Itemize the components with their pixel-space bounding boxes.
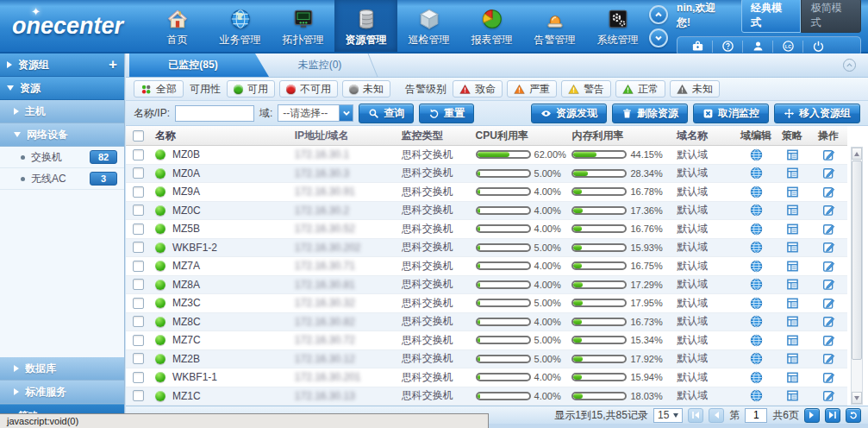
previous-page-button[interactable] — [709, 408, 724, 423]
domain-edit-globe-icon[interactable] — [750, 278, 763, 291]
table-row[interactable]: WKBF1-2172.16.30.202思科交换机5.00%15.93%默认域 — [126, 239, 847, 258]
row-checkbox[interactable] — [133, 353, 144, 364]
policy-table-icon[interactable] — [786, 260, 799, 273]
row-checkbox[interactable] — [133, 372, 144, 383]
row-checkbox[interactable] — [133, 261, 144, 272]
nav-item-reports[interactable]: 报表管理 — [460, 0, 523, 52]
domain-edit-globe-icon[interactable] — [750, 167, 763, 179]
user-icon[interactable] — [743, 40, 772, 53]
page-size-select[interactable]: 15 — [653, 408, 683, 423]
refresh-button[interactable] — [846, 408, 861, 423]
table-row[interactable]: MZ3C172.16.30.32思科交换机5.00%17.95%默认域 — [126, 294, 847, 313]
policy-table-icon[interactable] — [786, 223, 799, 236]
domain-edit-globe-icon[interactable] — [750, 297, 763, 310]
tab-unmonitored[interactable]: 未监控(0) — [269, 54, 371, 77]
mode-minimal-button[interactable]: 极简模式 — [801, 0, 861, 33]
edit-operation-icon[interactable] — [822, 315, 835, 328]
nav-item-system[interactable]: 系统管理 — [586, 0, 649, 52]
sidebar-item-standard-services[interactable]: 标准服务 — [0, 381, 124, 404]
table-row[interactable]: MZ7A172.16.30.71思科交换机4.00%16.75%默认域 — [126, 257, 847, 276]
column-header-memory[interactable]: 内存利用率 — [568, 126, 673, 145]
edit-operation-icon[interactable] — [822, 186, 835, 198]
column-header-domain[interactable]: 域名称 — [673, 126, 737, 145]
row-checkbox[interactable] — [133, 186, 144, 198]
column-header-domain-edit[interactable]: 域编辑 — [737, 126, 775, 145]
alarm-option-3[interactable]: 正常 — [615, 80, 665, 98]
row-checkbox[interactable] — [133, 223, 144, 235]
sidebar-item-wireless-ac[interactable]: 无线AC 3 — [0, 168, 124, 190]
app-logo[interactable]: ✦ onecenter — [0, 0, 146, 52]
row-checkbox[interactable] — [133, 242, 144, 253]
tab-monitored[interactable]: 已监控(85) — [129, 54, 269, 77]
nav-item-home[interactable]: 首页 — [146, 0, 209, 52]
scrollbar-up-icon[interactable] — [852, 148, 862, 160]
row-checkbox[interactable] — [133, 335, 144, 346]
table-row[interactable]: MZ0B172.16.30.1思科交换机62.00%44.15%默认域 — [126, 146, 847, 165]
policy-table-icon[interactable] — [786, 278, 799, 291]
collapse-panel-icon[interactable] — [843, 59, 856, 72]
domain-edit-globe-icon[interactable] — [750, 204, 763, 217]
policy-table-icon[interactable] — [786, 241, 799, 254]
edit-operation-icon[interactable] — [822, 241, 835, 254]
table-row[interactable]: MZ2B172.16.30.12思科交换机5.00%17.92%默认域 — [126, 350, 847, 369]
select-all-checkbox[interactable] — [133, 130, 144, 142]
resource-discovery-button[interactable]: 资源发现 — [531, 104, 607, 123]
alarm-option-1[interactable]: 严重 — [507, 80, 557, 98]
policy-table-icon[interactable] — [786, 334, 799, 347]
domain-edit-globe-icon[interactable] — [750, 186, 763, 198]
table-row[interactable]: MZ8C172.16.30.82思科交换机4.00%16.73%默认域 — [126, 313, 847, 332]
logout-power-icon[interactable] — [803, 40, 833, 53]
panel-up-button[interactable] — [649, 5, 668, 24]
domain-edit-globe-icon[interactable] — [750, 371, 763, 384]
panel-down-button[interactable] — [649, 28, 668, 47]
edit-operation-icon[interactable] — [822, 167, 835, 179]
table-row[interactable]: MZ0C172.16.30.2思科交换机4.00%17.36%默认域 — [126, 202, 847, 221]
license-icon[interactable]: LC — [773, 40, 802, 53]
reset-button[interactable]: 重置 — [419, 104, 474, 123]
nav-item-business[interactable]: 业务管理 — [209, 0, 272, 52]
row-checkbox[interactable] — [133, 149, 144, 160]
availability-option-2[interactable]: 未知 — [342, 80, 390, 98]
scrollbar-track[interactable] — [852, 160, 862, 392]
row-checkbox[interactable] — [133, 298, 144, 309]
table-row[interactable]: MZ1C172.16.30.13思科交换机4.00%18.03%默认域 — [126, 387, 847, 406]
nav-item-resources[interactable]: 资源管理 — [334, 0, 397, 52]
nav-item-alarms[interactable]: 告警管理 — [523, 0, 586, 52]
row-checkbox[interactable] — [133, 279, 144, 290]
edit-operation-icon[interactable] — [822, 278, 835, 291]
edit-operation-icon[interactable] — [822, 389, 835, 402]
current-page-input[interactable] — [745, 408, 767, 423]
policy-table-icon[interactable] — [786, 186, 799, 198]
nav-item-inspection[interactable]: 巡检管理 — [397, 0, 460, 52]
policy-table-icon[interactable] — [786, 371, 799, 384]
policy-table-icon[interactable] — [786, 315, 799, 328]
edit-operation-icon[interactable] — [822, 148, 835, 161]
row-checkbox[interactable] — [133, 316, 144, 327]
domain-edit-globe-icon[interactable] — [750, 148, 763, 161]
sidebar-item-hosts[interactable]: 主机 — [0, 100, 124, 123]
table-row[interactable]: MZ9A172.16.30.91思科交换机4.00%16.78%默认域 — [126, 183, 847, 202]
domain-edit-globe-icon[interactable] — [750, 241, 763, 254]
policy-table-icon[interactable] — [786, 389, 799, 402]
domain-select[interactable]: --请选择-- — [278, 104, 353, 122]
sidebar-item-switches[interactable]: 交换机 82 — [0, 147, 124, 168]
edit-operation-icon[interactable] — [822, 297, 835, 310]
table-row[interactable]: MZ0A172.16.30.3思科交换机5.00%28.34%默认域 — [126, 165, 847, 184]
column-header-policy[interactable]: 策略 — [775, 126, 809, 145]
table-row[interactable]: MZ7C172.16.30.72思科交换机5.00%15.34%默认域 — [126, 331, 847, 350]
domain-edit-globe-icon[interactable] — [750, 352, 763, 365]
policy-table-icon[interactable] — [786, 204, 799, 217]
sidebar-item-resource-group[interactable]: 资源组 + — [0, 54, 124, 77]
sidebar-item-network-devices[interactable]: 网络设备 — [0, 123, 124, 147]
move-to-resource-group-button[interactable]: 移入资源组 — [774, 104, 860, 123]
table-row[interactable]: WKBF1-1172.16.30.201思科交换机4.00%15.94%默认域 — [126, 368, 847, 387]
column-header-cpu[interactable]: CPU利用率 — [472, 126, 569, 145]
row-checkbox[interactable] — [133, 205, 144, 216]
row-checkbox[interactable] — [133, 390, 144, 401]
column-header-operations[interactable]: 操作 — [809, 126, 847, 145]
domain-edit-globe-icon[interactable] — [750, 334, 763, 347]
domain-edit-globe-icon[interactable] — [750, 315, 763, 328]
mode-classic-button[interactable]: 经典模式 — [741, 0, 802, 33]
sidebar-item-databases[interactable]: 数据库 — [0, 357, 124, 381]
edit-operation-icon[interactable] — [822, 352, 835, 365]
